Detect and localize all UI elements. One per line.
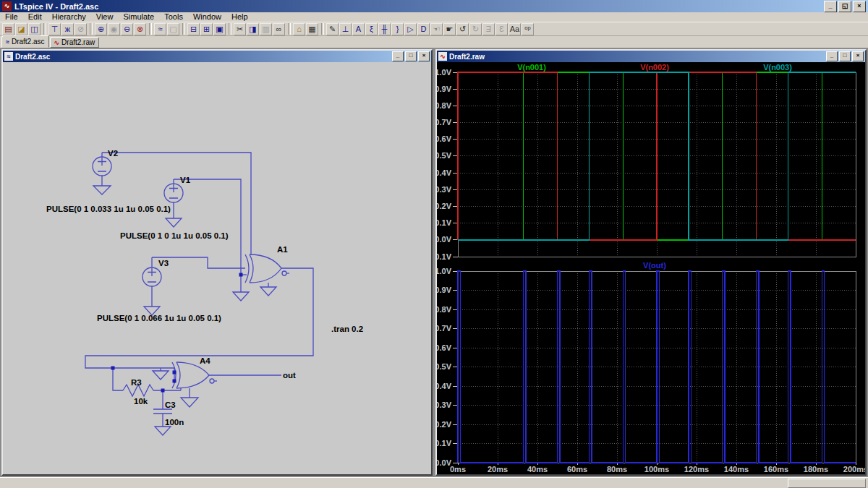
schematic-window: ≈ Draft2.asc _ □ × <box>1 49 433 476</box>
waveform-plot-area[interactable]: 1.0V0.9V0.8V0.7V0.6V0.5V0.4V0.3V0.2V0.1V… <box>437 62 865 474</box>
toolbar-save-icon[interactable]: ◫ <box>28 23 41 35</box>
toolbar-place-label-icon[interactable]: A <box>352 23 365 35</box>
waveform-pane-0[interactable]: 1.0V0.9V0.8V0.7V0.6V0.5V0.4V0.3V0.2V0.1V… <box>437 63 856 261</box>
tab-file-icon: ∿ <box>54 39 60 46</box>
tran-directive-text[interactable]: .tran 0.2 <box>331 325 363 333</box>
toolbar-find-icon[interactable]: ∞ <box>273 23 285 35</box>
legend-Vn002[interactable]: V(n002) <box>640 63 669 72</box>
toolbar-place-ground-icon[interactable]: ⊥ <box>339 23 352 35</box>
titlebar: ∿ LTspice IV - Draft2.asc _ ◱ × <box>0 0 868 12</box>
app-icon: ∿ <box>2 1 12 11</box>
menu-item-window[interactable]: Window <box>188 12 226 22</box>
v3-pulse-text[interactable]: PULSE(0 1 0.066 1u 1u 0.05 0.1) <box>97 314 221 322</box>
waveform-window-title: Draft2.raw <box>449 53 825 61</box>
menu-item-simulate[interactable]: Simulate <box>118 12 159 22</box>
menu-item-view[interactable]: View <box>91 12 119 22</box>
toolbar-rotate-icon: Ǝ <box>482 23 495 35</box>
restore-button[interactable]: ◱ <box>838 1 851 12</box>
schematic-wires[interactable] <box>85 153 313 427</box>
net-label-out[interactable]: out <box>283 371 296 380</box>
schematic-drawing[interactable]: V2 V1 V3 A1 A4 R3 10k C3 100n out .tran … <box>3 62 431 474</box>
toolbar-move-icon[interactable]: ☜ <box>430 23 443 35</box>
trace-Vout[interactable] <box>458 271 856 463</box>
toolbar-zoom-full-extents-icon[interactable]: ⊗ <box>134 23 146 35</box>
toolbar-copy-icon[interactable]: ◨ <box>247 23 259 35</box>
waveform-file-icon: ∿ <box>438 52 447 61</box>
toolbar-zoom-out-icon[interactable]: ⊖ <box>121 23 133 35</box>
toolbar-tile-horizontal-icon[interactable]: ⊟ <box>187 23 200 35</box>
v1-pulse-text[interactable]: PULSE(0 1 0 1u 1u 0.05 0.1) <box>120 231 229 240</box>
a4-label[interactable]: A4 <box>200 356 210 365</box>
toolbar-place-inductor-icon[interactable]: } <box>391 23 404 35</box>
v3-label[interactable]: V3 <box>158 259 169 267</box>
a1-input-ground-icon <box>233 292 249 301</box>
toolbar-place-diode-icon[interactable]: ▷ <box>404 23 417 35</box>
toolbar-cascade-windows-icon[interactable]: ▣ <box>213 23 226 35</box>
r3-value-label[interactable]: 10k <box>134 397 148 406</box>
y-tick-label: 0.0V <box>437 235 452 244</box>
v2-label[interactable]: V2 <box>108 149 118 158</box>
trace-Vn002[interactable] <box>458 72 856 240</box>
toolbar-open-folder-icon[interactable]: ◪ <box>15 23 27 35</box>
y-tick-label: 0.1V <box>437 439 452 448</box>
toolbar-drag-icon[interactable]: ☛ <box>443 23 456 35</box>
menu-item-hierarchy[interactable]: Hierarchy <box>47 12 91 22</box>
tab-draft2-raw[interactable]: ∿Draft2.raw <box>50 37 100 48</box>
waveform-maximize-button[interactable]: □ <box>839 51 851 61</box>
schematic-minimize-button[interactable]: _ <box>392 51 404 61</box>
toolbar-cut-icon[interactable]: ✂ <box>234 23 246 35</box>
toolbar-run-simulation-icon[interactable]: ж <box>61 23 74 35</box>
schematic-maximize-button[interactable]: □ <box>405 51 417 61</box>
waveform-pane-1[interactable]: 1.0V0.9V0.8V0.7V0.6V0.5V0.4V0.3V0.2V0.1V… <box>437 261 865 474</box>
close-button[interactable]: × <box>853 1 866 12</box>
x-tick-label: 40ms <box>527 465 548 474</box>
a1-label[interactable]: A1 <box>277 245 288 254</box>
a1-xor-gate[interactable] <box>233 254 289 301</box>
y-tick-label: 0.6V <box>437 343 452 352</box>
waveform-plot[interactable]: 1.0V0.9V0.8V0.7V0.6V0.5V0.4V0.3V0.2V0.1V… <box>437 62 865 474</box>
menu-item-file[interactable]: File <box>0 12 23 22</box>
a1-ground-icon <box>260 287 276 296</box>
schematic-window-titlebar[interactable]: ≈ Draft2.asc _ □ × <box>3 51 431 62</box>
waveform-window-titlebar[interactable]: ∿ Draft2.raw _ □ × <box>437 51 865 62</box>
waveform-minimize-button[interactable]: _ <box>826 51 838 61</box>
toolbar-autorange-icon[interactable]: ⌂ <box>293 23 305 35</box>
legend-Vout[interactable]: V(out) <box>643 261 666 270</box>
legend-Vn001[interactable]: V(n001) <box>517 63 546 72</box>
legend-Vn003[interactable]: V(n003) <box>763 63 792 72</box>
v1-label[interactable]: V1 <box>180 176 191 184</box>
toolbar-undo-icon[interactable]: ↺ <box>456 23 469 35</box>
v2-pulse-text[interactable]: PULSE(0 1 0.033 1u 1u 0.05 0.1) <box>46 205 171 213</box>
c3-label[interactable]: C3 <box>165 401 176 409</box>
schematic-close-button[interactable]: × <box>418 51 430 61</box>
waveform-close-button[interactable]: × <box>852 51 864 61</box>
menu-item-tools[interactable]: Tools <box>159 12 188 22</box>
toolbar-zoom-in-icon[interactable]: ⊕ <box>95 23 107 35</box>
toolbar-control-panel-icon[interactable]: ⊤ <box>48 23 61 35</box>
toolbar-spice-netlist-icon[interactable]: ≈ <box>154 23 166 35</box>
minimize-button[interactable]: _ <box>824 1 837 12</box>
toolbar-spice-directive-icon[interactable]: ᵒᵖ <box>522 23 534 35</box>
y-tick-label: 0.7V <box>437 324 452 333</box>
v2-voltage-source[interactable] <box>93 153 111 194</box>
c3-ground-icon <box>155 427 171 435</box>
tab-draft2-asc[interactable]: ≈Draft2.asc <box>1 35 49 48</box>
toolbar-tile-vertical-icon[interactable]: ⊞ <box>200 23 213 35</box>
toolbar-draw-wire-icon[interactable]: ✎ <box>326 23 339 35</box>
v1-voltage-source[interactable] <box>164 179 183 227</box>
toolbar-new-schematic-icon[interactable]: ▤ <box>2 23 14 35</box>
toolbar-print-icon[interactable]: ▦ <box>306 23 318 35</box>
schematic-canvas[interactable]: V2 V1 V3 A1 A4 R3 10k C3 100n out .tran … <box>3 62 431 474</box>
c3-value-label[interactable]: 100n <box>165 418 184 427</box>
toolbar-place-resistor-icon[interactable]: ξ <box>365 23 378 35</box>
y-tick-label: 0.8V <box>437 305 452 314</box>
a4-input-ground-icon <box>153 371 169 380</box>
menubar: FileEditHierarchyViewSimulateToolsWindow… <box>0 12 868 22</box>
r3-label[interactable]: R3 <box>131 378 142 387</box>
toolbar-place-component-icon[interactable]: D <box>417 23 430 35</box>
menu-item-help[interactable]: Help <box>226 12 253 22</box>
menu-item-edit[interactable]: Edit <box>23 12 47 22</box>
toolbar-place-capacitor-icon[interactable]: ╫ <box>378 23 391 35</box>
toolbar-text-icon[interactable]: Aa <box>509 23 521 35</box>
y-tick-label: 0.8V <box>437 101 452 110</box>
